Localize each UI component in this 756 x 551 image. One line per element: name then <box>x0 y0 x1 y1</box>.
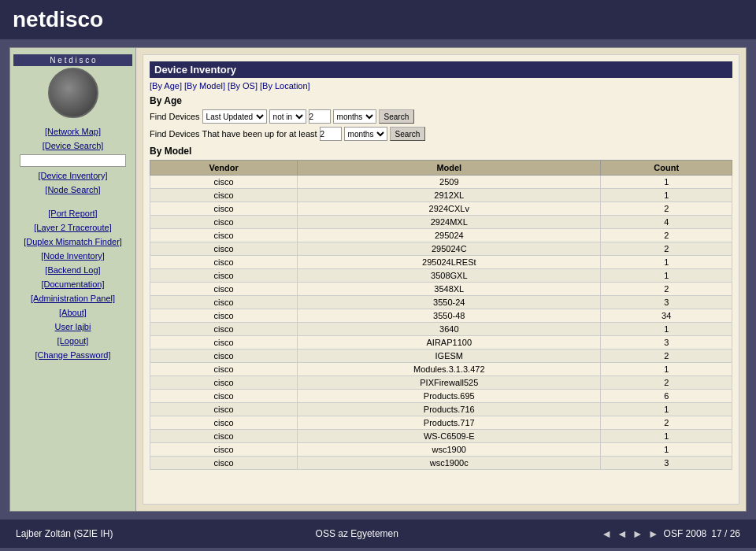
filter-row1-label: Find Devices <box>150 112 200 121</box>
col-vendor: Vendor <box>150 161 298 176</box>
sidebar-item-network-map[interactable]: [Network Map] <box>13 124 132 139</box>
device-search-input[interactable] <box>20 154 127 167</box>
table-row: ciscoAIRAP11003 <box>150 336 732 349</box>
table-cell-count: 1 <box>601 323 732 336</box>
table-row: ciscoWS-C6509-E1 <box>150 430 732 443</box>
sidebar-item-node-inventory[interactable]: [Node Inventory] <box>13 249 132 263</box>
table-cell-model: 3640 <box>298 323 601 336</box>
sidebar-item-device-inventory[interactable]: [Device Inventory] <box>13 168 132 183</box>
table-cell-vendor: cisco <box>150 176 298 189</box>
table-row: ciscoModules.3.1.3.4721 <box>150 363 732 376</box>
nav-prev2-icon[interactable]: ◄ <box>617 527 628 540</box>
breadcrumb-by-os[interactable]: [By OS] <box>228 81 258 91</box>
table-cell-count: 4 <box>601 216 732 229</box>
table-cell-vendor: cisco <box>150 376 298 390</box>
table-cell-count: 3 <box>601 457 732 470</box>
sidebar-item-admin[interactable]: [Administration Panel] <box>13 291 132 305</box>
filter-row-2: Find Devices That have been up for at le… <box>150 127 732 141</box>
breadcrumb: [By Age] [By Model] [By OS] [By Location… <box>150 81 732 91</box>
sidebar-item-node-search[interactable]: [Node Search] <box>13 183 132 197</box>
table-row: ciscoProducts.7161 <box>150 403 732 416</box>
not-in-select[interactable]: not in in <box>269 109 306 124</box>
model-table: Vendor Model Count cisco25091cisco2912XL… <box>150 160 732 470</box>
section-title: Device Inventory <box>150 61 732 78</box>
table-cell-model: 3550-24 <box>298 296 601 309</box>
footer-center: OSS az Egyetemen <box>316 528 398 539</box>
months-select-2[interactable]: months days weeks <box>344 127 387 141</box>
footer-left: Lajber Zoltán (SZIE IH) <box>16 528 113 539</box>
table-row: cisco3550-243 <box>150 296 732 309</box>
age-number-input-1[interactable] <box>309 109 331 124</box>
table-cell-count: 2 <box>601 376 732 390</box>
months-select-1[interactable]: months days weeks <box>333 109 376 124</box>
nav-next-icon[interactable]: ► <box>632 527 643 540</box>
sidebar-item-layer2[interactable]: [Layer 2 Traceroute] <box>13 220 132 235</box>
filter-row2-label: Find Devices That have been up for at le… <box>150 129 317 139</box>
last-updated-select[interactable]: Last Updated First Seen <box>202 109 267 124</box>
table-cell-vendor: cisco <box>150 323 298 336</box>
breadcrumb-by-model[interactable]: [By Model] <box>184 81 225 91</box>
sidebar-item-logout[interactable]: [Logout] <box>13 334 132 348</box>
col-model: Model <box>298 161 601 176</box>
breadcrumb-by-location[interactable]: [By Location] <box>260 81 310 91</box>
nav-next2-icon[interactable]: ► <box>648 527 659 540</box>
table-cell-model: Modules.3.1.3.472 <box>298 363 601 376</box>
table-row: ciscoProducts.6956 <box>150 390 732 403</box>
table-cell-vendor: cisco <box>150 416 298 430</box>
table-cell-vendor: cisco <box>150 296 298 309</box>
table-cell-model: IGESM <box>298 349 601 363</box>
sidebar-item-documentation[interactable]: [Documentation] <box>13 277 132 291</box>
app-header: netdisco <box>0 0 756 39</box>
table-cell-count: 2 <box>601 229 732 242</box>
table-cell-model: 2924CXLv <box>298 202 601 216</box>
table-row: ciscowsc1900c3 <box>150 457 732 470</box>
table-row: cisco2924CXLv2 <box>150 202 732 216</box>
table-row: cisco3550-4834 <box>150 309 732 323</box>
table-cell-model: Products.695 <box>298 390 601 403</box>
search-button-1[interactable]: Search <box>379 109 415 124</box>
table-row: cisco2950242 <box>150 229 732 242</box>
nav-prev-icon[interactable]: ◄ <box>601 527 612 540</box>
table-row: cisco295024C2 <box>150 242 732 256</box>
table-cell-count: 2 <box>601 202 732 216</box>
footer-right: ◄ ◄ ► ► OSF 2008 17 / 26 <box>601 527 740 540</box>
sidebar-header: N e t d i s c o <box>13 54 132 66</box>
by-model-title: By Model <box>150 146 732 157</box>
table-row: cisco25091 <box>150 176 732 189</box>
table-cell-count: 2 <box>601 283 732 296</box>
age-number-input-2[interactable] <box>320 127 342 141</box>
col-count: Count <box>601 161 732 176</box>
sidebar-item-change-password[interactable]: [Change Password] <box>13 348 132 362</box>
table-cell-model: 3550-48 <box>298 309 601 323</box>
sidebar-item-about[interactable]: [About] <box>13 305 132 320</box>
logo-area <box>13 68 132 118</box>
sidebar-item-user: User lajbi <box>13 320 132 334</box>
table-cell-count: 2 <box>601 242 732 256</box>
by-age-title: By Age <box>150 95 732 106</box>
sidebar-item-device-search[interactable]: [Device Search] <box>13 139 132 153</box>
table-cell-model: PIXFirewall525 <box>298 376 601 390</box>
app-title: netdisco <box>13 7 103 32</box>
filter-row-1: Find Devices Last Updated First Seen not… <box>150 109 732 124</box>
table-cell-vendor: cisco <box>150 229 298 242</box>
table-cell-model: wsc1900c <box>298 457 601 470</box>
table-cell-model: Products.716 <box>298 403 601 416</box>
table-cell-vendor: cisco <box>150 363 298 376</box>
table-cell-count: 2 <box>601 416 732 430</box>
table-row: ciscowsc19001 <box>150 443 732 457</box>
table-row: cisco3508GXL1 <box>150 269 732 283</box>
sidebar-item-backend-log[interactable]: [Backend Log] <box>13 263 132 277</box>
footer-year: OSF 2008 <box>664 528 707 539</box>
content-inner: Device Inventory [By Age] [By Model] [By… <box>143 54 739 505</box>
table-cell-model: 2912XL <box>298 189 601 202</box>
table-cell-vendor: cisco <box>150 430 298 443</box>
breadcrumb-by-age[interactable]: [By Age] <box>150 81 182 91</box>
table-cell-count: 1 <box>601 403 732 416</box>
search-button-2[interactable]: Search <box>390 127 426 141</box>
table-cell-model: 295024 <box>298 229 601 242</box>
sidebar-item-duplex[interactable]: [Duplex Mismatch Finder] <box>13 235 132 249</box>
sidebar-item-port-report[interactable]: [Port Report] <box>13 206 132 220</box>
table-cell-vendor: cisco <box>150 457 298 470</box>
table-cell-count: 6 <box>601 390 732 403</box>
footer-pages: 17 / 26 <box>711 528 740 539</box>
